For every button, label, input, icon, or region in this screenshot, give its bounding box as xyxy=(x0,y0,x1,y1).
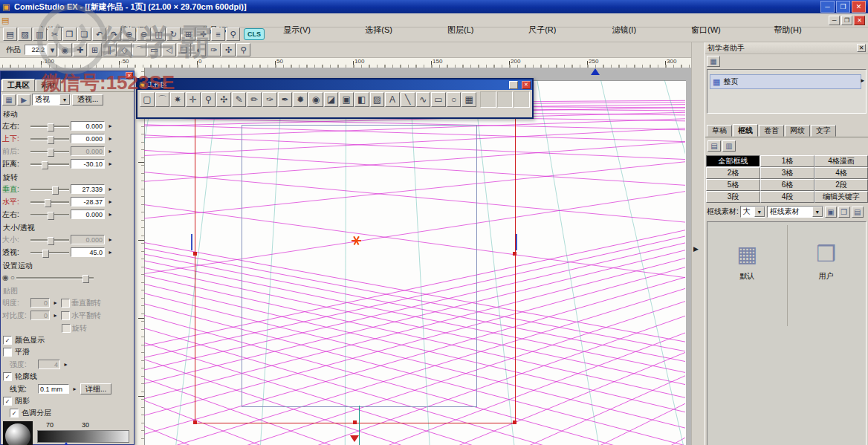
play-button[interactable]: ▶ xyxy=(17,94,30,105)
rect-tool[interactable]: ▭ xyxy=(431,92,446,107)
undo-button[interactable]: ↶ xyxy=(92,27,106,41)
pen-tool[interactable]: ✎ xyxy=(232,92,247,107)
perspective-slider[interactable] xyxy=(30,248,69,257)
chevron-down-icon[interactable]: ▾ xyxy=(812,207,823,217)
preset-2-panel[interactable]: 2格 xyxy=(706,167,760,179)
perspective-ruler-button[interactable]: ◇ xyxy=(117,43,132,56)
ink-tool[interactable]: ◉ xyxy=(308,92,323,107)
distance-slider[interactable] xyxy=(30,160,69,169)
tab-draft[interactable]: 草稿 xyxy=(707,125,732,137)
redo-button[interactable]: ↷ xyxy=(107,27,121,41)
tab-materials[interactable]: 素材 xyxy=(36,79,61,91)
tool-window-close-icon[interactable]: ✕ xyxy=(522,81,531,89)
gradient-bar[interactable] xyxy=(37,430,129,443)
mdi-minimize-button[interactable]: ─ xyxy=(829,16,840,25)
outline-checkbox[interactable]: ✓ xyxy=(3,372,12,381)
tab-text[interactable]: 文字 xyxy=(811,125,836,137)
mdi-close-button[interactable]: ✕ xyxy=(854,16,865,25)
copy-button[interactable]: ❐ xyxy=(62,27,77,41)
lasso-tool[interactable]: ⌒ xyxy=(155,92,170,107)
fill-tool[interactable]: ▣ xyxy=(339,92,354,107)
pen-settings-button[interactable]: ✑ xyxy=(207,43,221,56)
assistant-grid-button[interactable]: ▦ xyxy=(707,56,720,67)
layer-panel-button[interactable]: ❏ xyxy=(177,43,191,56)
spin-arrow-icon[interactable]: ▸ xyxy=(106,249,114,256)
chevron-down-icon[interactable]: ▾ xyxy=(754,207,765,217)
zoom-in-button[interactable]: ⊕ xyxy=(122,27,136,41)
preset-all-frames[interactable]: 全部框线 xyxy=(706,155,760,167)
gradient-tool[interactable]: ◧ xyxy=(354,92,369,107)
selection-frame[interactable] xyxy=(195,85,516,423)
motion-radio-off-icon[interactable]: ○ xyxy=(10,273,15,282)
preset-4koma[interactable]: 4格漫画 xyxy=(814,155,868,167)
magnify-tool-button[interactable]: ⚲ xyxy=(236,43,250,56)
horizontal-ruler[interactable]: -100 -50 0 50 100 150 200 250 300 xyxy=(0,58,691,68)
snap-grid-button[interactable]: ⊞ xyxy=(88,43,102,56)
tone-tool[interactable]: ▨ xyxy=(370,92,385,107)
marker-tool[interactable]: ✑ xyxy=(262,92,277,107)
smooth-checkbox[interactable] xyxy=(3,348,12,357)
hand-tool[interactable]: ✣ xyxy=(216,92,231,107)
rotate-h-slider[interactable] xyxy=(30,198,69,207)
tone-layer-checkbox[interactable]: ✓ xyxy=(10,409,19,418)
tab-tools[interactable]: 工具区 xyxy=(2,79,35,91)
rotate-v-slider[interactable] xyxy=(30,185,69,194)
magic-wand-tool[interactable]: ✷ xyxy=(170,92,185,107)
selection-handle[interactable] xyxy=(513,420,516,424)
preset-4-tier[interactable]: 4段 xyxy=(760,191,814,203)
cut-button[interactable]: ✂ xyxy=(48,27,62,41)
tool-select[interactable]: 透视 ▾ xyxy=(32,94,71,105)
move-ud-slider[interactable] xyxy=(30,134,69,143)
layers-button[interactable]: ≡ xyxy=(211,27,225,41)
move-lr-field[interactable]: 0.000 xyxy=(71,121,105,131)
gradient-editor[interactable]: 70 30 xyxy=(37,421,132,445)
selection-handle[interactable] xyxy=(353,420,357,424)
assistant-item-full-page[interactable]: ▦ 整页 xyxy=(710,74,861,89)
gradient-marker-icon[interactable] xyxy=(62,442,70,445)
chevron-down-icon[interactable]: ▾ xyxy=(59,94,70,105)
panel-tool[interactable]: ▦ xyxy=(461,92,476,107)
curve-tool[interactable]: ∿ xyxy=(416,92,431,107)
pencil-tool[interactable]: ✏ xyxy=(247,92,262,107)
line-width-field[interactable]: 0.1 mm xyxy=(38,384,69,394)
grid-toggle-button[interactable]: ⊞ xyxy=(181,27,195,41)
panel-close-icon[interactable]: ✕ xyxy=(126,72,133,79)
rotate-view-button[interactable]: ↻ xyxy=(166,27,181,41)
new-page-button[interactable]: ▤ xyxy=(3,27,17,41)
color-display-checkbox[interactable]: ✓ xyxy=(3,336,12,345)
panel-collapse-button[interactable]: ▶ xyxy=(693,245,699,253)
rotate-lr-field[interactable]: 0.000 xyxy=(71,209,105,219)
spin-arrow-icon[interactable]: ▸ xyxy=(106,198,114,205)
snap-parallel-button[interactable]: ∥ xyxy=(103,43,117,56)
folder-button[interactable]: ❒ xyxy=(838,207,850,218)
zoom-value-field[interactable]: 22.2 xyxy=(25,45,47,55)
zoom-dropdown-button[interactable]: ▾ xyxy=(48,43,57,56)
rotate-lr-slider[interactable] xyxy=(30,210,69,219)
grid-view-button[interactable]: ▦ xyxy=(2,94,16,105)
tab-frame[interactable]: 框线 xyxy=(733,124,758,137)
motion-slider[interactable] xyxy=(16,273,94,282)
line-tool[interactable]: ╲ xyxy=(401,92,415,107)
text-tool[interactable]: A xyxy=(385,92,400,107)
hand-tool-button[interactable]: ✣ xyxy=(221,43,236,56)
tab-tone[interactable]: 网纹 xyxy=(785,125,810,137)
spin-arrow-icon[interactable]: ▸ xyxy=(106,123,114,129)
cls-badge[interactable]: CLS xyxy=(244,28,265,40)
spin-arrow-icon[interactable]: ▸ xyxy=(71,386,79,392)
save-material-button[interactable]: ▥ xyxy=(722,140,736,152)
save-button[interactable]: ▥ xyxy=(33,27,47,41)
zoom-out-button[interactable]: ⊖ xyxy=(137,27,151,41)
move-ud-field[interactable]: 0.000 xyxy=(71,134,105,143)
mdi-restore-button[interactable]: ❐ xyxy=(841,16,852,25)
tone-view-button[interactable]: ◐ xyxy=(192,43,206,56)
spin-arrow-icon[interactable]: ▸ xyxy=(106,160,114,167)
spin-arrow-icon[interactable]: ▸ xyxy=(106,211,114,218)
perspective-settings-button[interactable]: 透视... xyxy=(72,94,103,105)
snap-cross-button[interactable]: ✚ xyxy=(73,43,87,56)
fit-window-button[interactable]: ◫ xyxy=(152,27,166,41)
preset-2-tier[interactable]: 2段 xyxy=(814,179,868,191)
selection-handle[interactable] xyxy=(193,420,197,424)
guides-button[interactable]: ✛ xyxy=(196,27,210,41)
tool-window-help-button[interactable] xyxy=(509,81,518,89)
shadow-checkbox[interactable]: ✓ xyxy=(3,397,12,406)
